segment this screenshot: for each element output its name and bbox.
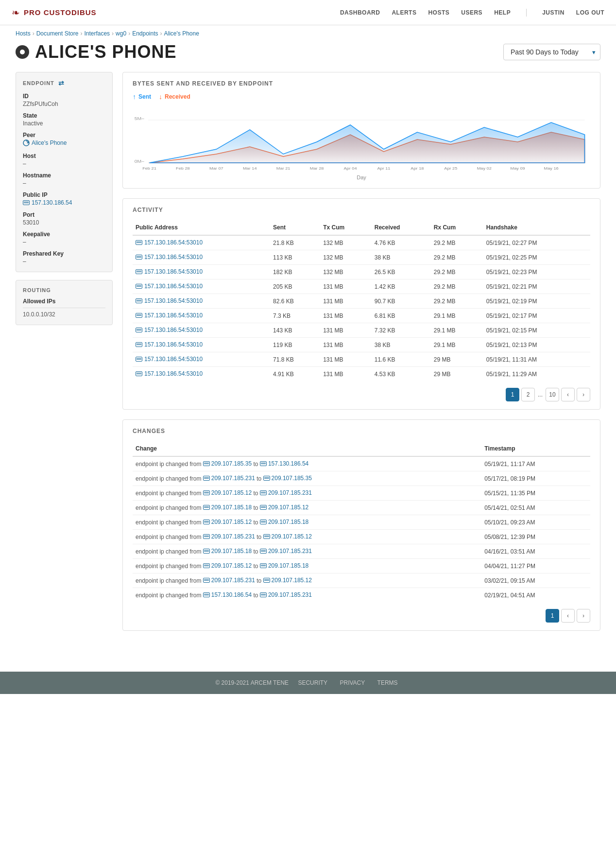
change-from-ip[interactable]: 209.107.185.18: [203, 504, 252, 511]
table-row: 157.130.186.54:53010 71.8 KB 131 MB 11.6…: [133, 352, 590, 367]
table-row: endpoint ip changed from 209.107.185.12 …: [133, 515, 590, 530]
changes-page-prev-btn[interactable]: ‹: [561, 609, 575, 623]
change-from-ip[interactable]: 209.107.185.35: [203, 460, 252, 467]
breadcrumb-wg0[interactable]: wg0: [116, 30, 126, 37]
change-from-ip[interactable]: 157.130.186.54: [203, 591, 252, 598]
activity-ip-link[interactable]: 157.130.186.54:53010: [136, 370, 203, 377]
change-to-ip[interactable]: 209.107.185.12: [263, 533, 312, 540]
table-row: endpoint ip changed from 209.107.185.18 …: [133, 544, 590, 559]
nav-users[interactable]: USERS: [461, 9, 482, 16]
change-to-ip[interactable]: 209.107.185.18: [260, 562, 308, 569]
nav-user[interactable]: JUSTIN: [542, 9, 565, 16]
peer-link[interactable]: Alice's Phone: [32, 139, 67, 146]
page-btn-10[interactable]: 10: [546, 388, 559, 401]
activity-ip-link[interactable]: 157.130.186.54:53010: [136, 297, 203, 304]
field-keepalive-value: –: [23, 239, 105, 245]
col-received: Received: [372, 220, 431, 235]
breadcrumb-endpoints[interactable]: Endpoints: [132, 30, 158, 37]
svg-text:Feb 28: Feb 28: [176, 166, 190, 171]
footer-privacy[interactable]: PRIVACY: [340, 679, 365, 686]
breadcrumb-interfaces[interactable]: Interfaces: [84, 30, 110, 37]
change-to-ip[interactable]: 209.107.185.12: [260, 504, 308, 511]
table-row: 157.130.186.54:53010 119 KB 131 MB 38 KB…: [133, 338, 590, 352]
ip-icon: [203, 549, 210, 554]
activity-ip-link[interactable]: 157.130.186.54:53010: [136, 239, 203, 246]
field-state-value: Inactive: [23, 120, 105, 127]
changes-page-btn-1[interactable]: 1: [546, 609, 559, 623]
logo-text: PRO CUSTODIBUS: [24, 8, 97, 17]
change-from-ip[interactable]: 209.107.185.18: [203, 548, 252, 555]
svg-text:Mar 07: Mar 07: [209, 166, 223, 171]
field-keepalive-label: Keepalive: [23, 231, 105, 238]
activity-ip-link[interactable]: 157.130.186.54:53010: [136, 268, 203, 275]
date-range-select[interactable]: Past 90 Days to Today: [503, 44, 600, 60]
filter-icon: ⇄: [58, 79, 65, 87]
change-from-ip[interactable]: 209.107.185.12: [203, 519, 252, 525]
ip-icon: [136, 328, 142, 332]
nav-dashboard[interactable]: DASHBOARD: [340, 9, 380, 16]
change-from-ip[interactable]: 209.107.185.231: [203, 533, 255, 540]
nav-links: DASHBOARD ALERTS HOSTS USERS HELP JUSTIN…: [340, 9, 604, 17]
routing-title: ROUTING: [23, 287, 105, 293]
change-from-ip[interactable]: 209.107.185.231: [203, 475, 255, 482]
field-publicip-value: 157.130.186.54: [23, 199, 105, 207]
ip-icon: [203, 534, 210, 539]
activity-ip-link[interactable]: 157.130.186.54:53010: [136, 312, 203, 319]
page-title-wrap: ALICE'S PHONE: [16, 42, 177, 62]
footer-security[interactable]: SECURITY: [298, 679, 327, 686]
change-from-ip[interactable]: 209.107.185.12: [203, 489, 252, 496]
ip-icon: [136, 298, 142, 303]
activity-ip-link[interactable]: 157.130.186.54:53010: [136, 254, 203, 260]
breadcrumb: Hosts › Document Store › Interfaces › wg…: [0, 25, 616, 42]
svg-text:May 16: May 16: [544, 166, 559, 171]
activity-ip-link[interactable]: 157.130.186.54:53010: [136, 327, 203, 333]
change-to-ip[interactable]: 209.107.185.231: [260, 591, 312, 598]
ip-icon: [203, 563, 210, 568]
nav-alerts[interactable]: ALERTS: [392, 9, 416, 16]
change-to-ip[interactable]: 209.107.185.231: [260, 489, 312, 496]
activity-title: ACTIVITY: [133, 207, 590, 213]
change-to-ip[interactable]: 209.107.185.231: [260, 548, 312, 555]
table-row: endpoint ip changed from 209.107.185.231…: [133, 573, 590, 588]
footer-terms[interactable]: TERMS: [377, 679, 398, 686]
change-from-ip[interactable]: 209.107.185.12: [203, 562, 252, 569]
activity-table: Public Address Sent Tx Cum Received Rx C…: [133, 220, 590, 381]
change-to-ip[interactable]: 209.107.185.35: [263, 475, 312, 482]
page-btn-2[interactable]: 2: [521, 388, 535, 401]
change-to-ip[interactable]: 209.107.185.12: [263, 577, 312, 584]
chart-title: BYTES SENT AND RECEIVED BY ENDPOINT: [133, 80, 590, 87]
page-next-btn[interactable]: ›: [577, 388, 590, 401]
routing-section: ROUTING Allowed IPs 10.0.0.10/32: [16, 280, 113, 325]
activity-ip-link[interactable]: 157.130.186.54:53010: [136, 356, 203, 363]
change-from-ip[interactable]: 209.107.185.231: [203, 577, 255, 584]
ip-icon: [260, 461, 267, 466]
logo-icon: ❧: [12, 7, 20, 18]
changes-page-next-btn[interactable]: ›: [577, 609, 590, 623]
breadcrumb-docstore[interactable]: Document Store: [36, 30, 79, 37]
nav-logout[interactable]: LOG OUT: [576, 9, 604, 16]
table-row: endpoint ip changed from 209.107.185.18 …: [133, 501, 590, 515]
navbar: ❧ PRO CUSTODIBUS DASHBOARD ALERTS HOSTS …: [0, 0, 616, 25]
table-row: 157.130.186.54:53010 21.8 KB 132 MB 4.76…: [133, 235, 590, 250]
svg-text:Feb 21: Feb 21: [142, 166, 156, 171]
col-rx-cum: Rx Cum: [431, 220, 483, 235]
footer: © 2019-2021 ARCEM TENE SECURITY PRIVACY …: [0, 672, 616, 694]
table-row: 157.130.186.54:53010 182 KB 132 MB 26.5 …: [133, 265, 590, 279]
page-prev-btn[interactable]: ‹: [561, 388, 575, 401]
breadcrumb-hosts[interactable]: Hosts: [16, 30, 31, 37]
legend-sent-label: Sent: [138, 93, 151, 100]
ip-icon: [136, 357, 142, 362]
change-to-ip[interactable]: 209.107.185.18: [260, 519, 308, 525]
date-range-wrap[interactable]: Past 90 Days to Today: [503, 44, 600, 60]
svg-text:May 09: May 09: [511, 166, 525, 171]
changes-section: CHANGES Change Timestamp endpoint ip cha…: [122, 419, 600, 631]
activity-ip-link[interactable]: 157.130.186.54:53010: [136, 341, 203, 348]
col-change: Change: [133, 441, 481, 456]
change-to-ip[interactable]: 157.130.186.54: [260, 460, 308, 467]
activity-ip-link[interactable]: 157.130.186.54:53010: [136, 283, 203, 290]
page-btn-1[interactable]: 1: [506, 388, 519, 401]
nav-hosts[interactable]: HOSTS: [428, 9, 449, 16]
ip-icon: [260, 490, 267, 495]
publicip-link[interactable]: 157.130.186.54: [32, 199, 72, 206]
nav-help[interactable]: HELP: [494, 9, 511, 16]
